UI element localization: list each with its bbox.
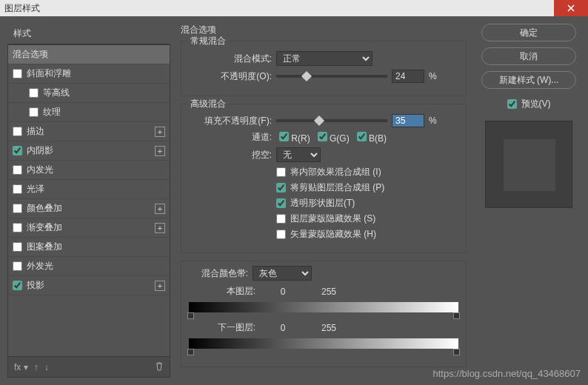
under-layer-low: 0 — [264, 323, 301, 333]
this-layer-gradient[interactable] — [189, 302, 458, 312]
add-effect-icon[interactable]: + — [155, 223, 165, 233]
adv-option-3[interactable]: 图层蒙版隐藏效果 (S) — [189, 212, 458, 225]
fx-menu[interactable]: fx ▾ — [14, 362, 28, 372]
add-effect-icon[interactable]: + — [155, 146, 165, 156]
style-row-0[interactable]: 混合选项 — [8, 45, 170, 64]
opacity-unit: % — [429, 71, 437, 81]
adv-option-checkbox[interactable] — [276, 214, 286, 224]
blend-if-select[interactable]: 灰色 — [253, 266, 312, 281]
style-checkbox[interactable] — [29, 88, 39, 98]
style-checkbox[interactable] — [13, 223, 22, 232]
adv-option-0[interactable]: 将内部效果混合成组 (I) — [189, 166, 458, 178]
adv-option-1[interactable]: 将剪贴图层混合成组 (P) — [189, 181, 458, 194]
style-label: 纹理 — [43, 106, 61, 118]
style-row-11[interactable]: 外发光 — [8, 257, 170, 276]
this-layer-low: 0 — [264, 287, 301, 297]
style-checkbox[interactable] — [13, 146, 22, 155]
style-checkbox[interactable] — [13, 165, 22, 175]
adv-option-label: 图层蒙版隐藏效果 (S) — [290, 212, 375, 225]
style-checkbox[interactable] — [29, 107, 39, 117]
move-down-icon[interactable]: ↓ — [44, 362, 49, 372]
channel-r[interactable]: R(R) — [279, 132, 310, 144]
adv-option-label: 将内部效果混合成组 (I) — [290, 166, 381, 178]
style-row-5[interactable]: 内阴影+ — [8, 141, 170, 161]
adv-option-checkbox[interactable] — [276, 183, 286, 192]
style-row-1[interactable]: 斜面和浮雕 — [8, 64, 170, 84]
channels-label: 通道: — [235, 131, 272, 144]
style-label: 描边 — [27, 125, 44, 138]
adv-option-checkbox[interactable] — [276, 230, 286, 239]
group-title: 常规混合 — [187, 35, 229, 47]
channel-g[interactable]: G(G) — [318, 132, 350, 144]
fill-opacity-slider[interactable] — [276, 115, 387, 127]
channel-b[interactable]: B(B) — [357, 132, 387, 144]
style-checkbox[interactable] — [13, 184, 22, 194]
style-row-3[interactable]: 纹理 — [8, 103, 170, 122]
blend-mode-label: 混合模式: — [189, 53, 272, 65]
knockout-select[interactable]: 无 — [276, 147, 321, 162]
style-row-2[interactable]: 等高线 — [8, 84, 170, 103]
new-style-button[interactable]: 新建样式 (W)... — [481, 71, 576, 89]
opacity-slider[interactable] — [276, 70, 387, 82]
style-label: 渐变叠加 — [27, 221, 62, 234]
style-row-4[interactable]: 描边+ — [8, 122, 170, 141]
under-layer-high: 255 — [310, 323, 347, 333]
add-effect-icon[interactable]: + — [155, 204, 165, 214]
adv-option-label: 矢量蒙版隐藏效果 (H) — [290, 228, 376, 241]
style-label: 颜色叠加 — [27, 202, 62, 215]
style-checkbox[interactable] — [13, 204, 22, 213]
add-effect-icon[interactable]: + — [155, 281, 165, 291]
style-label: 图案叠加 — [27, 241, 62, 253]
style-row-10[interactable]: 图案叠加 — [8, 238, 170, 257]
knockout-label: 挖空: — [235, 149, 272, 161]
add-effect-icon[interactable]: + — [155, 127, 165, 137]
group-title: 高级混合 — [187, 98, 229, 110]
under-layer-label: 下一图层: — [189, 321, 255, 334]
advanced-blending-group: 高级混合 填充不透明度(F): % 通道: R(R) G(G) B(B) 挖空:… — [181, 104, 467, 253]
blend-if-group: 混合颜色带: 灰色 本图层: 0 255 下一图层: 0 255 — [181, 261, 467, 367]
styles-panel: 样式 混合选项斜面和浮雕等高线纹理描边+内阴影+内发光光泽颜色叠加+渐变叠加+图… — [7, 24, 170, 378]
action-panel: 确定 取消 新建样式 (W)... 预览(V) — [477, 24, 581, 378]
style-label: 光泽 — [27, 183, 44, 195]
close-button[interactable] — [554, 0, 588, 16]
style-checkbox[interactable] — [13, 261, 22, 271]
blend-mode-select[interactable]: 正常 — [276, 51, 372, 66]
style-checkbox[interactable] — [13, 69, 22, 78]
fill-opacity-label: 填充不透明度(F): — [189, 115, 272, 127]
style-row-12[interactable]: 投影+ — [8, 276, 170, 295]
move-up-icon[interactable]: ↑ — [34, 362, 39, 372]
opacity-input[interactable] — [392, 70, 424, 83]
close-icon — [567, 4, 575, 12]
style-label: 投影 — [27, 279, 44, 292]
style-checkbox[interactable] — [13, 242, 22, 252]
options-panel: 混合选项 常规混合 混合模式: 正常 不透明度(O): % 高级混合 填充不透明… — [178, 24, 470, 378]
style-label: 外发光 — [27, 260, 53, 272]
cancel-button[interactable]: 取消 — [481, 47, 576, 65]
adv-option-label: 透明形状图层(T) — [290, 197, 355, 210]
style-label: 混合选项 — [13, 48, 48, 61]
styles-header: 样式 — [7, 24, 170, 44]
adv-option-label: 将剪贴图层混合成组 (P) — [290, 181, 384, 194]
ok-button[interactable]: 确定 — [481, 24, 576, 41]
style-row-7[interactable]: 光泽 — [8, 180, 170, 199]
trash-icon[interactable] — [155, 361, 164, 373]
style-row-8[interactable]: 颜色叠加+ — [8, 199, 170, 218]
style-row-9[interactable]: 渐变叠加+ — [8, 218, 170, 238]
preview-box — [485, 121, 572, 208]
fill-opacity-input[interactable] — [392, 114, 424, 127]
adv-option-4[interactable]: 矢量蒙版隐藏效果 (H) — [189, 228, 458, 241]
adv-option-checkbox[interactable] — [276, 198, 286, 208]
preview-checkbox[interactable]: 预览(V) — [507, 98, 551, 110]
window-title: 图层样式 — [4, 2, 40, 15]
style-checkbox[interactable] — [13, 281, 22, 290]
style-checkbox[interactable] — [13, 127, 22, 136]
under-layer-gradient[interactable] — [189, 338, 458, 349]
style-row-6[interactable]: 内发光 — [8, 161, 170, 180]
blend-if-label: 混合颜色带: — [189, 267, 248, 280]
style-label: 斜面和浮雕 — [27, 67, 71, 80]
adv-option-checkbox[interactable] — [276, 167, 286, 177]
adv-option-2[interactable]: 透明形状图层(T) — [189, 197, 458, 210]
this-layer-label: 本图层: — [189, 285, 255, 298]
titlebar: 图层样式 — [0, 0, 588, 16]
watermark: https://blog.csdn.net/qq_43468607 — [433, 368, 581, 379]
